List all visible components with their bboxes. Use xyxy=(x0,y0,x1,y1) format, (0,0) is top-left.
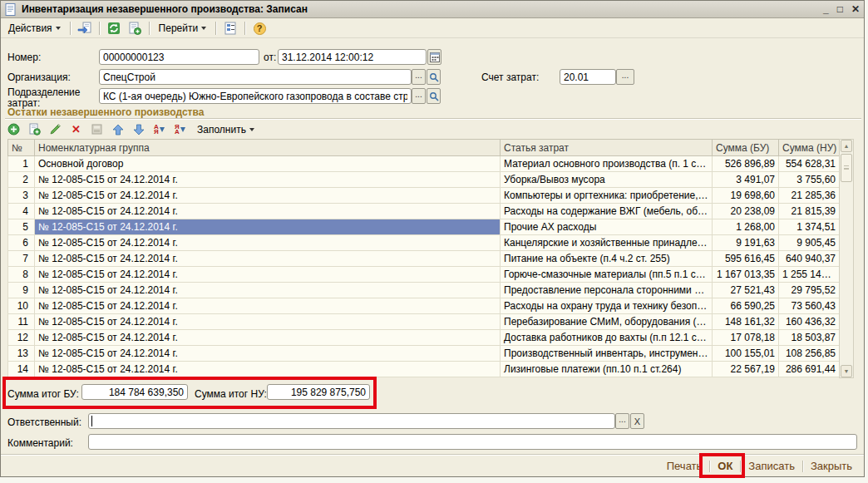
column-header[interactable]: № xyxy=(8,140,35,156)
cell-sum-nu[interactable]: 286 691,44 xyxy=(779,362,840,377)
minimize-button[interactable]: _ xyxy=(823,4,829,14)
cell-sum-bu[interactable]: 1 167 013,35 xyxy=(713,267,779,283)
cell-row-number[interactable]: 9 xyxy=(8,283,35,298)
column-header[interactable]: Номенклатурная группа xyxy=(35,140,501,156)
cell-nomenclature-group[interactable]: № 12-085-С15 от 24.12.2014 г. xyxy=(35,330,501,346)
cell-nomenclature-group[interactable]: № 12-085-С15 от 24.12.2014 г. xyxy=(35,362,501,377)
goto-menu-button[interactable]: Перейти xyxy=(155,21,211,36)
cell-nomenclature-group[interactable]: № 12-085-С15 от 24.12.2014 г. xyxy=(35,283,501,298)
cell-sum-nu[interactable]: 18 503,87 xyxy=(779,330,840,346)
table-row[interactable]: 12№ 12-085-С15 от 24.12.2014 г.Доставка … xyxy=(8,330,840,346)
table-row[interactable]: 7№ 12-085-С15 от 24.12.2014 г.Питание на… xyxy=(8,251,840,267)
table-row[interactable]: 4№ 12-085-С15 от 24.12.2014 г.Расходы на… xyxy=(8,204,840,219)
end-edit-button[interactable] xyxy=(89,122,105,137)
close-form-button[interactable]: Закрыть xyxy=(803,458,860,474)
cell-sum-nu[interactable]: 1 255 141,10 xyxy=(779,267,840,283)
sort-ascending-button[interactable]: АЯ xyxy=(151,122,167,137)
help-button[interactable]: ? xyxy=(250,20,269,37)
cell-nomenclature-group[interactable]: № 12-085-С15 от 24.12.2014 г. xyxy=(35,251,501,267)
scroll-up-button[interactable]: ▲ xyxy=(841,140,852,152)
cell-sum-bu[interactable]: 20 238,09 xyxy=(713,204,779,219)
comment-input[interactable] xyxy=(88,434,857,450)
table-row[interactable]: 3№ 12-085-С15 от 24.12.2014 г.Компьютеры… xyxy=(8,188,840,204)
cell-row-number[interactable]: 1 xyxy=(8,156,35,172)
cell-cost-article[interactable]: Расходы на охрану труда и технику безопа… xyxy=(501,298,713,314)
cell-sum-bu[interactable]: 66 590,25 xyxy=(713,298,779,314)
cell-sum-bu[interactable]: 27 521,43 xyxy=(713,283,779,298)
department-choose-button[interactable]: ... xyxy=(412,88,426,104)
cell-row-number[interactable]: 6 xyxy=(8,235,35,251)
cell-sum-bu[interactable]: 100 155,01 xyxy=(713,346,779,362)
cell-sum-bu[interactable]: 9 191,63 xyxy=(713,235,779,251)
sort-descending-button[interactable]: ЯА xyxy=(172,122,188,137)
cell-cost-article[interactable]: Лизинговые платежи (пп.10 п.1 ст.264) xyxy=(501,362,713,377)
cell-sum-bu[interactable]: 148 161,32 xyxy=(713,314,779,330)
column-header[interactable]: Сумма (НУ) xyxy=(779,140,840,156)
title-bar[interactable]: Инвентаризация незавершенного производст… xyxy=(1,1,864,18)
cell-row-number[interactable]: 14 xyxy=(8,362,35,377)
scroll-down-button[interactable]: ▼ xyxy=(841,365,852,377)
cell-sum-nu[interactable]: 29 795,52 xyxy=(779,283,840,298)
table-row[interactable]: 8№ 12-085-С15 от 24.12.2014 г.Горюче-сма… xyxy=(8,267,840,283)
responsible-clear-button[interactable]: X xyxy=(630,413,644,429)
column-header[interactable]: Сумма (БУ) xyxy=(713,140,779,156)
table-row[interactable]: 13№ 12-085-С15 от 24.12.2014 г.Производс… xyxy=(8,346,840,362)
cell-cost-article[interactable]: Питание на объекте (п.4 ч.2 ст. 255) xyxy=(501,251,713,267)
cell-nomenclature-group[interactable]: Основной договор xyxy=(35,156,501,172)
add-row-button[interactable] xyxy=(6,122,22,137)
cell-sum-nu[interactable]: 9 905,45 xyxy=(779,235,840,251)
cell-nomenclature-group[interactable]: № 12-085-С15 от 24.12.2014 г. xyxy=(35,172,501,188)
cell-sum-nu[interactable]: 554 628,31 xyxy=(779,156,840,172)
number-input[interactable] xyxy=(99,49,259,65)
table-row[interactable]: 5№ 12-085-С15 от 24.12.2014 г.Прочие АХ … xyxy=(8,219,840,235)
cell-cost-article[interactable]: Перебазирование СМиМ, оборудования (пп. … xyxy=(501,314,713,330)
create-based-on-button[interactable] xyxy=(126,20,144,37)
cell-nomenclature-group[interactable]: № 12-085-С15 от 24.12.2014 г. xyxy=(35,235,501,251)
vertical-scrollbar[interactable]: ▲ ▼ xyxy=(839,139,854,378)
cell-sum-nu[interactable]: 1 374,51 xyxy=(779,219,840,235)
cell-sum-nu[interactable]: 160 436,32 xyxy=(779,314,840,330)
table-row[interactable]: 10№ 12-085-С15 от 24.12.2014 г.Расходы н… xyxy=(8,298,840,314)
structure-list-button[interactable] xyxy=(221,20,239,37)
edit-row-button[interactable] xyxy=(47,122,63,137)
table-row[interactable]: 11№ 12-085-С15 от 24.12.2014 г.Перебазир… xyxy=(8,314,840,330)
calendar-button[interactable] xyxy=(427,49,441,65)
cell-row-number[interactable]: 10 xyxy=(8,298,35,314)
table-row[interactable]: 2№ 12-085-С15 от 24.12.2014 г.Уборка/Выв… xyxy=(8,172,840,188)
cell-nomenclature-group[interactable]: № 12-085-С15 от 24.12.2014 г. xyxy=(35,219,501,235)
scrollbar-thumb[interactable] xyxy=(841,154,852,182)
column-header[interactable]: Статья затрат xyxy=(501,140,713,156)
table-row[interactable]: 14№ 12-085-С15 от 24.12.2014 г.Лизинговы… xyxy=(8,362,840,377)
cell-sum-bu[interactable]: 3 491,07 xyxy=(713,172,779,188)
responsible-choose-button[interactable]: ... xyxy=(615,413,629,429)
cell-row-number[interactable]: 7 xyxy=(8,251,35,267)
save-document-button[interactable] xyxy=(76,20,94,37)
cell-sum-nu[interactable]: 640 940,37 xyxy=(779,251,840,267)
fill-menu-button[interactable]: Заполнить xyxy=(193,122,259,137)
close-button[interactable]: ✕ xyxy=(851,4,860,14)
table-row[interactable]: 1Основной договорМатериал основного прои… xyxy=(8,156,840,172)
cell-sum-bu[interactable]: 1 268,00 xyxy=(713,219,779,235)
cell-nomenclature-group[interactable]: № 12-085-С15 от 24.12.2014 г. xyxy=(35,314,501,330)
cell-cost-article[interactable]: Канцелярские и хозяйственные принадлежно… xyxy=(501,235,713,251)
cell-row-number[interactable]: 4 xyxy=(8,204,35,219)
table-row[interactable]: 9№ 12-085-С15 от 24.12.2014 г.Предоставл… xyxy=(8,283,840,298)
table-row[interactable]: 6№ 12-085-С15 от 24.12.2014 г.Канцелярск… xyxy=(8,235,840,251)
move-up-button[interactable] xyxy=(110,122,126,137)
cell-cost-article[interactable]: Компьютеры и оргтехника: приобретение,об… xyxy=(501,188,713,204)
cell-cost-article[interactable]: Уборка/Вывоз мусора xyxy=(501,172,713,188)
cell-nomenclature-group[interactable]: № 12-085-С15 от 24.12.2014 г. xyxy=(35,298,501,314)
cell-cost-article[interactable]: Расходы на содержание ВЖГ (мебель, обору… xyxy=(501,204,713,219)
organization-input[interactable] xyxy=(99,69,412,85)
cell-row-number[interactable]: 12 xyxy=(8,330,35,346)
cell-cost-article[interactable]: Предоставление персонала сторонними орга… xyxy=(501,283,713,298)
cell-sum-bu[interactable]: 595 616,45 xyxy=(713,251,779,267)
cell-row-number[interactable]: 13 xyxy=(8,346,35,362)
move-down-button[interactable] xyxy=(131,122,146,137)
cell-sum-nu[interactable]: 3 755,60 xyxy=(779,172,840,188)
organization-choose-button[interactable]: ... xyxy=(412,69,426,85)
cell-sum-nu[interactable]: 108 256,85 xyxy=(779,346,840,362)
cell-sum-nu[interactable]: 21 815,39 xyxy=(779,204,840,219)
cell-cost-article[interactable]: Производственный инвентарь, инструмент, … xyxy=(501,346,713,362)
save-button[interactable]: Записать xyxy=(741,458,802,474)
